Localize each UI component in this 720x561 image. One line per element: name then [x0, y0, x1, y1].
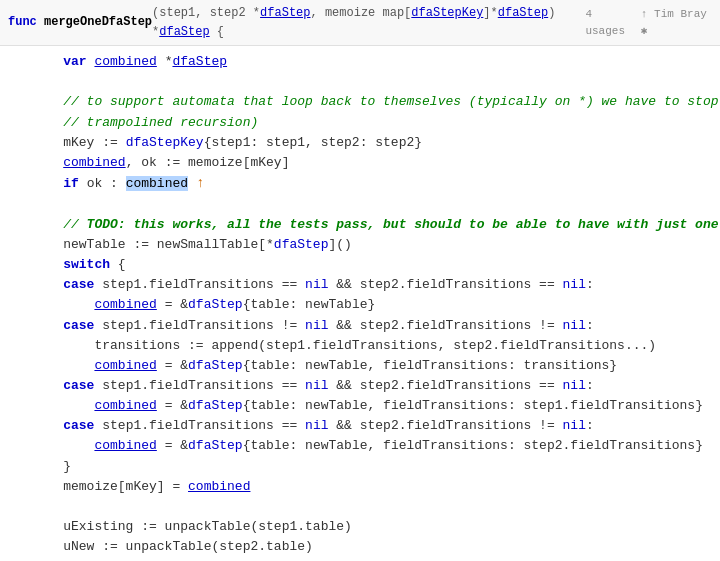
line-content: case step1.fieldTransitions == nil && st…	[32, 275, 712, 295]
line-content: combined = &dfaStep{table: newTable, fie…	[32, 436, 712, 456]
line-content: combined, ok := memoize[mKey]	[32, 153, 712, 173]
line-content: case step1.fieldTransitions == nil && st…	[32, 416, 712, 436]
code-line	[0, 72, 720, 92]
code-line	[0, 497, 720, 517]
code-line	[0, 195, 720, 215]
usages-count: 4 usages	[585, 6, 632, 40]
line-content: mKey := dfaStepKey{step1: step1, step2: …	[32, 133, 712, 153]
code-line: mKey := dfaStepKey{step1: step1, step2: …	[0, 133, 720, 153]
code-line: case step1.fieldTransitions != nil && st…	[0, 316, 720, 336]
line-content: if ok : combined ↑	[32, 173, 712, 195]
code-container: func mergeOneDfaStep(step1, step2 *dfaSt…	[0, 0, 720, 561]
line-content: // to support automata that loop back to…	[32, 92, 720, 112]
line-content	[32, 195, 712, 215]
code-line: case step1.fieldTransitions == nil && st…	[0, 275, 720, 295]
code-line: combined = &dfaStep{table: newTable, fie…	[0, 436, 720, 456]
line-content: combined = &dfaStep{table: newTable, fie…	[32, 396, 712, 416]
line-content: case step1.fieldTransitions == nil && st…	[32, 376, 712, 396]
code-line: // TODO: this works, all the tests pass,…	[0, 215, 720, 235]
code-line: combined, ok := memoize[mKey]	[0, 153, 720, 173]
function-header: func mergeOneDfaStep(step1, step2 *dfaSt…	[0, 0, 720, 46]
code-line: switch {	[0, 255, 720, 275]
code-line: combined = &dfaStep{table: newTable, fie…	[0, 396, 720, 416]
func-keyword: func	[8, 13, 37, 32]
line-content: // TODO: this works, all the tests pass,…	[32, 215, 720, 235]
func-params: (step1, step2 *dfaStep, memoize map[dfaS…	[152, 4, 585, 41]
line-content: var uComb unpackedTable[*dfaStep]	[32, 557, 712, 561]
line-content	[32, 497, 712, 517]
line-content: combined = &dfaStep{table: newTable}	[32, 295, 712, 315]
code-line: }	[0, 457, 720, 477]
code-line: // trampolined recursion)	[0, 113, 720, 133]
code-line: uExisting := unpackTable(step1.table)	[0, 517, 720, 537]
code-line: newTable := newSmallTable[*dfaStep]()	[0, 235, 720, 255]
line-content: uExisting := unpackTable(step1.table)	[32, 517, 712, 537]
line-content: memoize[mKey] = combined	[32, 477, 712, 497]
code-line: if ok : combined ↑	[0, 173, 720, 195]
line-content: }	[32, 457, 712, 477]
code-line: memoize[mKey] = combined	[0, 477, 720, 497]
code-line: var combined *dfaStep	[0, 52, 720, 72]
line-content: combined = &dfaStep{table: newTable, fie…	[32, 356, 712, 376]
code-line: transitions := append(step1.fieldTransit…	[0, 336, 720, 356]
code-line: case step1.fieldTransitions == nil && st…	[0, 376, 720, 396]
line-content: uNew := unpackTable(step2.table)	[32, 537, 712, 557]
line-content	[32, 72, 712, 92]
author-info: ↑ Tim Bray ✱	[641, 6, 712, 40]
line-content: // trampolined recursion)	[32, 113, 712, 133]
line-content: var combined *dfaStep	[32, 52, 712, 72]
code-line: // to support automata that loop back to…	[0, 92, 720, 112]
line-content: newTable := newSmallTable[*dfaStep]()	[32, 235, 712, 255]
func-name: mergeOneDfaStep	[44, 13, 152, 32]
code-line: uNew := unpackTable(step2.table)	[0, 537, 720, 557]
line-content: transitions := append(step1.fieldTransit…	[32, 336, 712, 356]
line-content: switch {	[32, 255, 712, 275]
code-line: var uComb unpackedTable[*dfaStep]	[0, 557, 720, 561]
code-line: case step1.fieldTransitions == nil && st…	[0, 416, 720, 436]
line-content: case step1.fieldTransitions != nil && st…	[32, 316, 712, 336]
code-line: combined = &dfaStep{table: newTable, fie…	[0, 356, 720, 376]
code-line: combined = &dfaStep{table: newTable}	[0, 295, 720, 315]
code-body: var combined *dfaStep // to support auto…	[0, 46, 720, 561]
